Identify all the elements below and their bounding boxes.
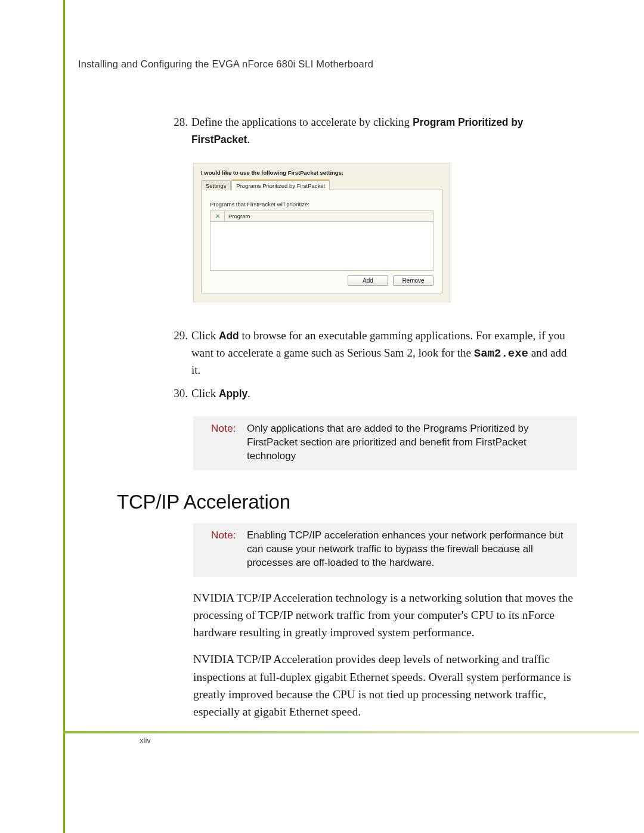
footer-rule bbox=[63, 731, 639, 733]
note-text: Only applications that are added to the … bbox=[247, 422, 569, 463]
note-tcpip: Note: Enabling TCP/IP acceleration enhan… bbox=[193, 523, 577, 577]
step-28: 28. Define the applications to accelerat… bbox=[172, 114, 577, 148]
tab-bar: Settings Programs Prioritized by FirstPa… bbox=[201, 179, 442, 190]
panel-label: Programs that FirstPacket will prioritiz… bbox=[210, 201, 434, 208]
ui-reference: Apply bbox=[219, 388, 247, 400]
table-body-empty bbox=[210, 222, 434, 271]
tab-settings[interactable]: Settings bbox=[201, 180, 231, 190]
text: . bbox=[247, 133, 250, 145]
step-body: Define the applications to accelerate by… bbox=[191, 114, 577, 148]
text: . bbox=[247, 387, 250, 400]
col-header-program: Program bbox=[225, 211, 433, 221]
page-number: xliv bbox=[140, 736, 151, 745]
table-header: ✕ Program bbox=[210, 210, 434, 222]
paragraph: NVIDIA TCP/IP Acceleration technology is… bbox=[193, 589, 577, 642]
step-29: 29. Click Add to browse for an executabl… bbox=[172, 327, 577, 379]
chapter-title: Installing and Configuring the EVGA nFor… bbox=[78, 58, 577, 70]
tab-programs-prioritized[interactable]: Programs Prioritized by FirstPacket bbox=[231, 179, 330, 190]
step-number: 29. bbox=[172, 327, 191, 379]
screenshot-firstpacket-dialog: I would like to use the following FirstP… bbox=[193, 163, 450, 302]
remove-button[interactable]: Remove bbox=[393, 275, 434, 286]
section-heading-tcpip: TCP/IP Acceleration bbox=[117, 491, 577, 513]
col-header-x: ✕ bbox=[210, 211, 225, 221]
tab-panel: Programs that FirstPacket will prioritiz… bbox=[201, 190, 442, 293]
text: Click bbox=[191, 329, 219, 342]
step-number: 30. bbox=[172, 385, 191, 402]
text: Define the applications to accelerate by… bbox=[191, 116, 413, 128]
note-label: Note: bbox=[211, 529, 247, 570]
dialog-caption: I would like to use the following FirstP… bbox=[201, 169, 442, 176]
step-body: Click Add to browse for an executable ga… bbox=[191, 327, 577, 379]
text: Click bbox=[191, 387, 219, 400]
ui-reference: Add bbox=[219, 330, 239, 342]
note-text: Enabling TCP/IP acceleration enhances yo… bbox=[247, 529, 569, 570]
content-column: 28. Define the applications to accelerat… bbox=[65, 70, 577, 720]
filename: Sam2.exe bbox=[474, 347, 528, 360]
step-body: Click Apply. bbox=[191, 385, 577, 402]
add-button[interactable]: Add bbox=[348, 275, 388, 286]
step-number: 28. bbox=[172, 114, 191, 148]
step-30: 30. Click Apply. bbox=[172, 385, 577, 402]
note-firstpacket: Note: Only applications that are added t… bbox=[193, 416, 577, 470]
page-container: Installing and Configuring the EVGA nFor… bbox=[63, 0, 577, 833]
button-row: Add Remove bbox=[210, 275, 434, 286]
note-label: Note: bbox=[211, 422, 247, 463]
paragraph: NVIDIA TCP/IP Acceleration provides deep… bbox=[193, 651, 577, 720]
